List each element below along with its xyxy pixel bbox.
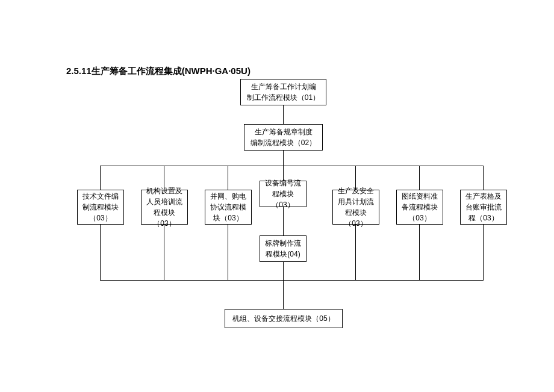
- node-03f-line2: 备流程模块: [402, 202, 438, 213]
- bus-bottom: [100, 280, 484, 281]
- node-04-signs: 标牌制作流 程模块(04): [260, 235, 307, 262]
- drop-03a: [100, 166, 101, 190]
- rise-03e: [355, 225, 356, 280]
- node-03a-tech-docs: 技术文件编 制流程模块 （03）: [77, 190, 124, 225]
- node-03c-line1: 并网、购电: [210, 191, 246, 202]
- rise-03a: [100, 225, 101, 280]
- node-03b-line2: 人员培训流: [146, 196, 182, 207]
- node-03b-org-training: 机构设置及 人员培训流 程模块（03）: [141, 190, 188, 225]
- node-03c-line2: 协议流程模: [210, 202, 246, 213]
- rise-04: [283, 262, 284, 280]
- node-03f-line3: （03）: [408, 213, 431, 223]
- node-03f-drawings: 图纸资料准 备流程模块 （03）: [396, 190, 443, 225]
- node-03e-safety: 生产及安全 用具计划流 程模块（03）: [332, 190, 379, 225]
- node-03g-line3: 程（03）: [468, 213, 498, 223]
- node-03g-line1: 生产表格及: [465, 191, 502, 202]
- node-01-plan: 生产筹备工作计划编 制工作流程模块（01）: [240, 79, 326, 105]
- connector-bus-05: [283, 280, 284, 309]
- node-05-line1: 机组、设备交接流程模块（05）: [232, 313, 334, 324]
- connector-03d-04: [283, 207, 284, 235]
- node-03a-line3: （03）: [89, 213, 111, 223]
- node-03e-line2: 用具计划流: [338, 196, 374, 207]
- node-03c-grid-power: 并网、购电 协议流程模 块（03）: [205, 190, 252, 225]
- bus-top: [100, 166, 483, 166]
- rise-03c: [228, 225, 228, 280]
- node-03d-line1: 设备编号流: [265, 178, 301, 188]
- drop-03c: [228, 166, 228, 190]
- node-03b-line3: 程模块（03）: [144, 207, 185, 229]
- node-02-line1: 生产筹备规章制度: [255, 126, 313, 137]
- node-03a-line2: 制流程模块: [82, 202, 119, 213]
- node-03c-line3: 块（03）: [213, 213, 243, 223]
- node-03f-line1: 图纸资料准: [402, 191, 438, 202]
- section-title: 2.5.11生产筹备工作流程集成(NWPH·GA·05U): [66, 66, 251, 77]
- node-03b-line1: 机构设置及: [146, 185, 182, 196]
- node-03g-forms: 生产表格及 台账审批流 程（03）: [460, 190, 507, 225]
- node-02-line2: 编制流程模块（02）: [251, 137, 316, 148]
- node-01-line1: 生产筹备工作计划编: [251, 81, 316, 92]
- drop-03g: [483, 166, 484, 190]
- node-04-line1: 标牌制作流: [265, 238, 301, 249]
- node-03g-line2: 台账审批流: [465, 202, 502, 213]
- node-03e-line1: 生产及安全: [338, 185, 374, 196]
- connector-02-bus: [283, 151, 284, 166]
- drop-03f: [419, 166, 420, 190]
- node-03a-line1: 技术文件编: [82, 191, 119, 202]
- node-01-line2: 制工作流程模块（01）: [247, 92, 320, 103]
- node-04-line2: 程模块(04): [266, 249, 300, 260]
- node-02-rules: 生产筹备规章制度 编制流程模块（02）: [244, 124, 323, 151]
- rise-03b: [164, 225, 164, 280]
- rise-03g: [483, 225, 484, 280]
- node-03d-equipment-number: 设备编号流 程模块（03）: [260, 181, 307, 207]
- rise-03f: [419, 225, 420, 280]
- connector-01-02: [283, 105, 284, 124]
- node-05-handover: 机组、设备交接流程模块（05）: [225, 309, 343, 328]
- node-03e-line3: 程模块（03）: [335, 207, 376, 229]
